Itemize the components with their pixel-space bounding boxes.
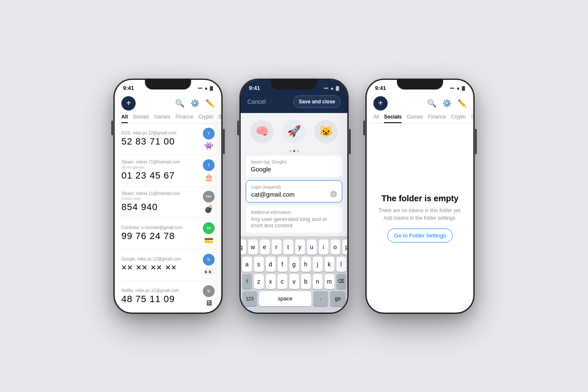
phone3-header: + 🔍 ⚙️ ✏️ [367,93,473,114]
token-code-1: 01 23 45 67 [121,170,203,181]
token-subtitle-1: Steam: robnix.71@hotmail.com [121,160,203,164]
tab-all-3[interactable]: All [373,114,379,123]
dot-1 [293,150,295,152]
clear-button[interactable]: × [330,191,337,197]
kb-123[interactable]: 123 [242,291,257,306]
tabs-bar-1: All Socials Games Finance Crypto Stre [115,114,221,124]
tab-crypto-1[interactable]: Crypto [198,114,213,123]
kb-f[interactable]: f [278,257,287,272]
token-subtitle-5: Netflix: mike.pc.12@gmail.com [121,288,203,293]
token-emoji-5: 🖥 [205,299,213,308]
token-list-1: EGS: mike.pc.12@gmail.com 52 83 71 00 7 … [115,124,221,313]
kb-k[interactable]: k [325,257,334,272]
emoji-option-2[interactable]: 😺 [314,120,338,143]
kb-e[interactable]: e [260,239,270,255]
kb-b[interactable]: b [301,274,311,289]
kb-w[interactable]: w [248,239,258,255]
kb-shift[interactable]: ⇧ [242,274,252,289]
settings-icon-1[interactable]: ⚙️ [190,99,200,108]
emoji-option-1[interactable]: 🚀 [282,120,306,143]
add-button-1[interactable]: + [121,96,136,110]
kb-s[interactable]: s [254,257,264,272]
kb-m[interactable]: m [325,274,334,289]
globe-icon[interactable]: 🌐 [246,310,254,313]
phone-2: 9:41 ▪▪▪ ▲ ▓ Cancel Save and close 🧠 🚀 😺 [239,79,349,314]
token-item-1[interactable]: Steam: robnix.71@hotmail.com All my game… [121,155,215,187]
add-button-3[interactable]: + [373,96,388,110]
info-label: Additional information [251,210,337,215]
kb-h[interactable]: h [301,257,311,272]
login-field[interactable]: Login (required) cat@gmail.com × [246,180,342,203]
kb-row-4: 123 space - go [242,291,346,306]
kb-space[interactable]: space [259,291,311,306]
login-value: cat@gmail.com [251,191,295,198]
kb-r[interactable]: r [272,239,281,255]
search-icon-1[interactable]: 🔍 [175,99,184,108]
status-icons-2: ▪▪▪ ▲ ▓ [324,86,339,90]
token-timer-5: ↻ [203,285,215,297]
tab-socials-3[interactable]: Socials [384,114,402,123]
token-item-5[interactable]: Netflix: mike.pc.12@gmail.com 48 75 11 0… [121,281,215,312]
kb-z[interactable]: z [254,274,264,289]
emoji-picker: 🧠 🚀 😺 [241,113,347,150]
issuer-label: Issuer (eg. Google) [251,160,337,164]
kb-n[interactable]: n [313,274,323,289]
kb-go[interactable]: go [330,291,346,306]
token-item-2[interactable]: Steam: robnix.11@hotmail.com CSGO only 8… [121,187,215,218]
edit-icon-1[interactable]: ✏️ [205,99,215,108]
tab-stre-1[interactable]: Stre [218,114,221,123]
token-code-4: ×× ×× ×× ×× [121,262,203,273]
dot-0 [289,150,291,152]
kb-g[interactable]: g [289,257,299,272]
kb-l[interactable]: l [336,257,346,272]
token-timer-1: 7 [203,159,215,171]
kb-dash[interactable]: - [313,291,328,306]
kb-j[interactable]: j [313,257,323,272]
signal-icon-2: ▪▪▪ [324,86,328,90]
battery-icon: ▓ [210,86,213,90]
settings-icon-3[interactable]: ⚙️ [442,99,452,108]
kb-a[interactable]: a [242,257,252,272]
token-item-3[interactable]: Coinbase: s.michael@gmail.com 99 76 24 7… [121,218,215,250]
token-subtitle-1b: All my games [121,165,203,169]
tab-stre-3[interactable]: Stre [471,114,473,123]
tab-crypto-3[interactable]: Crypto [451,114,466,123]
save-close-button[interactable]: Save and close [293,95,341,108]
plus-icon-3: + [378,98,383,108]
kb-bottom: 🌐 🎤 [242,308,346,313]
kb-c[interactable]: c [278,274,287,289]
token-subtitle-4: Google: mike.pc.12@gmail.com [121,257,203,261]
edit-icon-3[interactable]: ✏️ [457,99,467,108]
tab-socials-1[interactable]: Socials [133,114,149,123]
kb-t[interactable]: t [284,239,293,255]
token-item-0[interactable]: EGS: mike.pc.12@gmail.com 52 83 71 00 7 … [121,124,215,155]
issuer-field[interactable]: Issuer (eg. Google) Google [246,155,342,177]
info-field[interactable]: Additional information Any user generate… [246,206,342,233]
kb-delete[interactable]: ⌫ [336,274,346,289]
tab-games-3[interactable]: Games [407,114,423,123]
mic-icon[interactable]: 🎤 [334,310,342,313]
kb-row-1: q w e r t y u i o p [242,239,346,255]
search-icon-3[interactable]: 🔍 [427,99,436,108]
kb-q[interactable]: q [241,239,246,255]
token-item-4[interactable]: Google: mike.pc.12@gmail.com ×× ×× ×× ××… [121,250,215,281]
tab-finance-1[interactable]: Finance [176,114,194,123]
wifi-icon-2: ▲ [330,86,334,90]
kb-u[interactable]: u [307,239,317,255]
kb-i[interactable]: i [319,239,328,255]
go-to-folder-settings-button[interactable]: Go to Folder Settings [387,229,453,242]
kb-x[interactable]: x [266,274,276,289]
kb-y[interactable]: y [295,239,305,255]
status-time-1: 9:41 [123,85,134,91]
kb-d[interactable]: d [266,257,276,272]
status-icons-1: ▪▪▪ ▲ ▓ [198,86,213,90]
tab-finance-3[interactable]: Finance [428,114,446,123]
kb-p[interactable]: p [342,239,348,255]
empty-state: The folder is empty There are no tokens … [367,124,473,313]
kb-o[interactable]: o [331,239,340,255]
tab-all-1[interactable]: All [121,114,128,123]
tab-games-1[interactable]: Games [154,114,171,123]
cancel-button[interactable]: Cancel [247,98,266,105]
emoji-option-0[interactable]: 🧠 [250,120,274,143]
kb-v[interactable]: v [289,274,299,289]
